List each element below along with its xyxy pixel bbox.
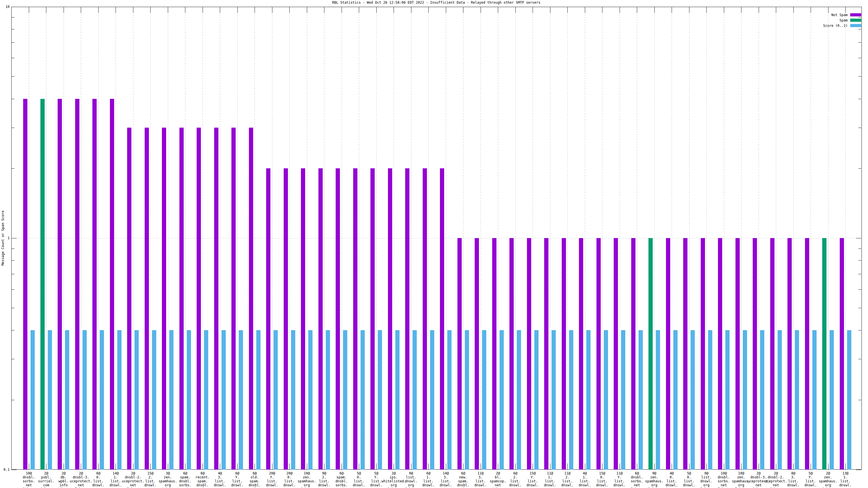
y-tick-minor: [11, 17, 14, 18]
bar-score: [221, 330, 226, 469]
y-tick-minor: [858, 42, 861, 43]
gridline-x: [168, 7, 168, 469]
gridline-y1: [11, 238, 862, 238]
x-tick-bottom: [394, 463, 394, 469]
x-tick-bottom: [446, 463, 446, 469]
x-tick-top: [463, 7, 463, 13]
bar-score: [31, 330, 35, 469]
y-tick-major: [11, 469, 17, 470]
chart-title: RBL Statistics - Wed Oct 26 12:58:06 EDT…: [332, 1, 540, 4]
x-tick-top: [654, 7, 655, 13]
x-tick-label: 5@ Y. list. dnswl. org 5 hops: [804, 471, 816, 488]
x-tick-bottom: [672, 463, 672, 469]
bar-not-spam: [214, 128, 218, 469]
bar-not-spam: [509, 238, 514, 469]
y-tick-major: [856, 238, 861, 238]
x-tick-label: 6@ 2. list. dnswl. org 4 hops: [509, 471, 521, 488]
bar-not-spam: [23, 99, 27, 469]
x-tick-label: 10@ zen. spamhaus. org 6 hops: [298, 471, 316, 488]
bar-score: [291, 330, 295, 469]
x-tick-bottom: [654, 463, 655, 469]
legend-label-not-spam: Not Spam: [763, 13, 848, 17]
x-tick-bottom: [845, 463, 846, 469]
x-tick-bottom: [359, 463, 359, 469]
bar-score: [639, 330, 643, 469]
x-tick-label: 6@ Y. list. dnswl. org 4 hops: [231, 471, 243, 488]
x-tick-top: [289, 7, 290, 13]
x-tick-top: [428, 7, 429, 13]
y-tick-label: 0.1: [0, 468, 10, 471]
y-tick-label: 1: [0, 236, 10, 240]
y-tick-minor: [11, 330, 14, 330]
x-tick-bottom: [237, 463, 238, 469]
x-tick-label: 9@ zen. spamhaus. org 3 hops: [645, 471, 663, 488]
bar-score: [743, 330, 747, 469]
y-tick-minor: [858, 330, 861, 330]
x-tick-label: 6@ spam. dnsbl. sorbs. net 6 hops: [335, 471, 347, 488]
bar-not-spam: [492, 238, 496, 469]
x-tick-bottom: [133, 463, 133, 469]
bar-score: [447, 330, 452, 469]
bar-score: [569, 330, 573, 469]
x-tick-bottom: [811, 463, 811, 469]
x-tick-bottom: [411, 463, 411, 469]
gridline-x: [811, 7, 811, 469]
x-tick-top: [689, 7, 689, 13]
bar-not-spam: [92, 99, 97, 469]
bar-not-spam: [475, 238, 479, 469]
bar-score: [187, 330, 191, 469]
x-tick-label: 11@ 2. list. dnswl. org 4 hops: [561, 471, 574, 488]
bar-not-spam: [787, 238, 792, 469]
bar-score: [656, 330, 660, 469]
y-tick-minor: [858, 260, 861, 261]
x-tick-top: [741, 7, 741, 13]
y-tick-minor: [11, 168, 14, 169]
x-tick-label: 5@ Y. list. dnswl. org 6 hops: [370, 471, 382, 488]
gridline-x: [394, 7, 394, 469]
gridline-x: [203, 7, 203, 469]
gridline-x: [116, 7, 116, 469]
x-tick-bottom: [220, 463, 220, 469]
x-tick-top: [342, 7, 342, 13]
x-tick-top: [411, 7, 411, 13]
bar-spam: [822, 238, 827, 469]
bar-not-spam: [75, 99, 80, 469]
x-tick-bottom: [463, 463, 463, 469]
x-tick-top: [637, 7, 637, 13]
x-tick-bottom: [828, 463, 829, 469]
x-tick-label: 8@ 3. list. dnswl. org 2 hops: [787, 471, 799, 488]
x-tick-label: 15@ Y. list. dnswl. org 3 hops: [527, 471, 539, 488]
y-tick-minor: [858, 29, 861, 29]
x-tick-label: 6@ 1. list. dnswl. org 4 hops: [423, 471, 435, 488]
gridline-x: [689, 7, 689, 469]
x-tick-bottom: [637, 463, 637, 469]
y-tick-minor: [11, 58, 14, 58]
y-tick-minor: [11, 308, 14, 308]
x-tick-bottom: [567, 463, 568, 469]
gridline-x: [342, 7, 342, 469]
bar-score: [690, 330, 695, 469]
legend-swatch-spam: [850, 19, 861, 22]
gridline-x: [724, 7, 724, 469]
bar-not-spam: [701, 238, 705, 469]
x-tick-top: [98, 7, 99, 13]
x-tick-label: 20@ Y. list. dnswl. org 2 hops: [266, 471, 278, 488]
x-tick-bottom: [98, 463, 99, 469]
bar-not-spam: [127, 128, 131, 469]
x-tick-bottom: [46, 463, 46, 469]
x-tick-top: [168, 7, 168, 13]
gridline-x: [672, 7, 672, 469]
gridline-x: [98, 7, 99, 469]
x-tick-label: 2@ db. wpbl. info 4 hops: [57, 471, 69, 488]
bar-score: [830, 330, 834, 469]
bar-score: [239, 330, 243, 469]
bar-not-spam: [666, 238, 670, 469]
gridline-x: [185, 7, 185, 469]
gridline-x: [706, 7, 707, 469]
x-tick-top: [64, 7, 64, 13]
y-tick-minor: [11, 249, 14, 249]
x-tick-bottom: [376, 463, 377, 469]
legend-swatch-score: [850, 24, 861, 27]
bar-not-spam: [249, 128, 253, 469]
gridline-x: [237, 7, 238, 469]
